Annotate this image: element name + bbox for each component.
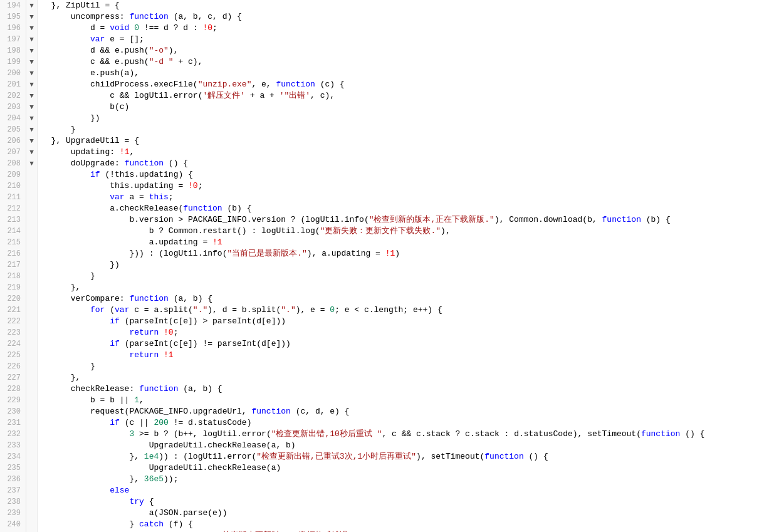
code-line: a(JSON.parse(e)): [41, 508, 779, 519]
code-line: var a = this;: [41, 192, 779, 203]
line-number: 209: [0, 169, 26, 180]
code-line: doUpgrade: function () {: [41, 158, 779, 169]
code-line: updating: !1,: [41, 147, 779, 158]
line-number: 223: [0, 327, 26, 338]
code-content: }, ZipUtil = { uncompress: function (a, …: [38, 0, 779, 532]
fold-marker[interactable]: ▼: [26, 102, 37, 113]
fold-marker[interactable]: ▼: [26, 34, 37, 45]
fold-marker[interactable]: ▼: [26, 68, 37, 79]
code-line: UpgradeUtil.checkRelease(a, b): [41, 440, 779, 451]
code-line: a.checkRelease(function (b) {: [41, 203, 779, 214]
line-number: 236: [0, 474, 26, 485]
fold-marker[interactable]: ▼: [26, 135, 37, 147]
line-number: 228: [0, 383, 26, 395]
line-number: 198: [0, 45, 26, 56]
code-line: }, 1e4)) : (logUtil.error("检查更新出错,已重试3次,…: [41, 451, 779, 462]
code-line: }): [41, 113, 779, 124]
code-line: try {: [41, 496, 779, 508]
line-number: 221: [0, 305, 26, 316]
line-number: 234: [0, 451, 26, 462]
fold-marker[interactable]: ▼: [26, 79, 37, 90]
code-line: return !1: [41, 350, 779, 361]
code-line: b.version > PACKAGE_INFO.version ? (logU…: [41, 214, 779, 226]
line-number: 219: [0, 282, 26, 293]
code-line: })) : (logUtil.info("当前已是最新版本."), a.upda…: [41, 248, 779, 259]
fold-marker[interactable]: ▼: [26, 147, 37, 158]
line-number: 194: [0, 0, 26, 11]
line-number: 207: [0, 147, 26, 158]
line-number: 203: [0, 102, 26, 113]
line-number: 200: [0, 68, 26, 79]
line-number: 206: [0, 135, 26, 147]
code-line: b(c): [41, 102, 779, 113]
line-number: 231: [0, 417, 26, 429]
line-number: 212: [0, 203, 26, 214]
line-number: 199: [0, 56, 26, 68]
line-numbers-gutter: 1941951961971981992002012022032042052062…: [0, 0, 26, 532]
code-line: }: [41, 361, 779, 372]
code-line: this.updating = !0;: [41, 180, 779, 192]
line-number: 238: [0, 496, 26, 508]
code-line: childProcess.execFile("unzip.exe", e, fu…: [41, 79, 779, 90]
code-line: if (parseInt(c[e]) > parseInt(d[e])): [41, 316, 779, 327]
line-number: 226: [0, 361, 26, 372]
code-line: },: [41, 282, 779, 293]
line-number: 217: [0, 259, 26, 271]
code-line: verCompare: function (a, b) {: [41, 293, 779, 305]
line-number: 208: [0, 158, 26, 169]
code-line: if (!this.updating) {: [41, 169, 779, 180]
code-line: }, 36e5));: [41, 474, 779, 485]
code-line: }: [41, 124, 779, 135]
fold-marker[interactable]: ▼: [26, 124, 37, 135]
fold-marker[interactable]: ▼: [26, 158, 37, 169]
line-number: 201: [0, 79, 26, 90]
line-number: 229: [0, 395, 26, 406]
line-number: 239: [0, 508, 26, 519]
line-number: 237: [0, 485, 26, 496]
line-number: 215: [0, 237, 26, 248]
line-number: 205: [0, 124, 26, 135]
line-number: 197: [0, 34, 26, 45]
code-line: }): [41, 259, 779, 271]
line-number: 196: [0, 23, 26, 34]
code-line: 3 >= b ? (b++, logUtil.error("检查更新出错,10秒…: [41, 429, 779, 440]
fold-marker[interactable]: ▼: [26, 113, 37, 124]
fold-marker[interactable]: ▼: [26, 11, 37, 23]
line-number: 227: [0, 372, 26, 383]
code-line: checkRelease: function (a, b) {: [41, 383, 779, 395]
line-number: 225: [0, 350, 26, 361]
line-number: 230: [0, 406, 26, 417]
line-number: 235: [0, 462, 26, 474]
code-editor: 1941951961971981992002012022032042052062…: [0, 0, 779, 532]
line-number: 222: [0, 316, 26, 327]
line-number: 211: [0, 192, 26, 203]
line-number: 202: [0, 90, 26, 102]
line-number: 214: [0, 226, 26, 237]
code-line: d && e.push("-o"),: [41, 45, 779, 56]
fold-marker[interactable]: ▼: [26, 23, 37, 34]
fold-marker[interactable]: ▼: [26, 0, 37, 11]
line-number: 224: [0, 338, 26, 350]
code-line: }: [41, 271, 779, 282]
code-line: }, ZipUtil = {: [41, 0, 779, 11]
fold-marker[interactable]: ▼: [26, 90, 37, 102]
code-line: for (var c = a.split("."), d = b.split("…: [41, 305, 779, 316]
code-line: }, UpgradeUtil = {: [41, 135, 779, 147]
code-line: d = void 0 !== d ? d : !0;: [41, 23, 779, 34]
line-number: 218: [0, 271, 26, 282]
line-number: 195: [0, 11, 26, 23]
code-line: c && logUtil.error('解压文件' + a + '"出错', c…: [41, 90, 779, 102]
fold-marker[interactable]: ▼: [26, 45, 37, 56]
fold-gutter[interactable]: ▼▼▼▼▼▼▼▼▼▼▼▼▼▼▼: [26, 0, 38, 532]
line-number: 240: [0, 519, 26, 530]
code-line: c && e.push("-d " + c),: [41, 56, 779, 68]
line-number: 216: [0, 248, 26, 259]
code-line: if (c || 200 != d.statusCode): [41, 417, 779, 429]
line-number: 210: [0, 180, 26, 192]
code-line: } catch (f) {: [41, 519, 779, 530]
code-line: if (parseInt(c[e]) != parseInt(d[e])): [41, 338, 779, 350]
line-number: 213: [0, 214, 26, 226]
line-number: 232: [0, 429, 26, 440]
code-line: b = b || 1,: [41, 395, 779, 406]
fold-marker[interactable]: ▼: [26, 56, 37, 68]
